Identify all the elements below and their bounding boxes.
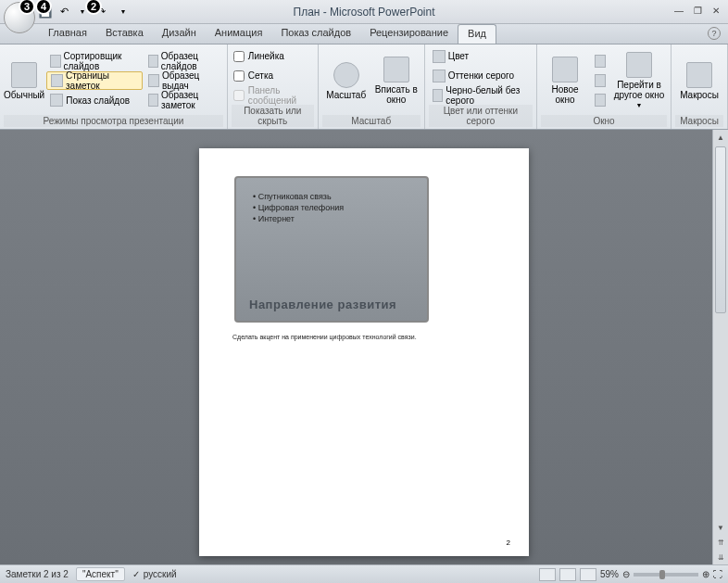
group-views: Обычный Сортировщик слайдов Страницы зам… [0, 44, 228, 129]
group-label: Режимы просмотра презентации [4, 115, 223, 127]
workspace: Спутниковая связь Цифровая телефония Инт… [0, 130, 728, 564]
close-button[interactable]: ✕ [709, 4, 722, 17]
slideshow-icon [50, 94, 63, 107]
view-normal-icon[interactable] [539, 568, 556, 581]
tab-design[interactable]: Дизайн [153, 24, 206, 44]
zoom-level[interactable]: 59% [600, 569, 619, 579]
vertical-scrollbar[interactable]: ▲ ▼ ⇈ ⇊ [712, 130, 728, 564]
bullet-item: Цифровая телефония [253, 202, 410, 213]
normal-view-button[interactable]: Обычный [4, 50, 44, 111]
prev-slide-icon[interactable]: ⇈ [713, 535, 728, 550]
qat-dropdown-icon[interactable]: ▼ [115, 4, 132, 20]
fit-to-window-button[interactable]: ⛶ [713, 569, 722, 579]
grayscale-icon [433, 70, 446, 82]
split-button[interactable] [591, 91, 609, 109]
zoom-slider[interactable] [634, 573, 698, 577]
scroll-up-icon[interactable]: ▲ [713, 130, 728, 145]
view-sorter-icon[interactable] [559, 568, 576, 581]
slide-master-button[interactable]: Образец слайдов [144, 52, 223, 70]
arrange-button[interactable] [591, 52, 609, 70]
zoom-button[interactable]: Масштаб [322, 50, 370, 111]
slide-sorter-button[interactable]: Сортировщик слайдов [46, 52, 142, 70]
group-label: Цвет или оттенки серого [429, 105, 533, 127]
group-show-hide: Линейка Сетка Панель сообщений Показать … [228, 44, 319, 129]
handout-master-button[interactable]: Образец выдач [144, 71, 223, 90]
normal-view-icon [11, 62, 37, 88]
status-language[interactable]: русский [144, 569, 177, 579]
notes-master-icon [148, 94, 158, 107]
tab-view[interactable]: Вид [458, 24, 496, 44]
grid-checkbox[interactable]: Сетка [232, 67, 314, 85]
scrollbar-thumb[interactable] [715, 146, 726, 313]
tab-review[interactable]: Рецензирование [360, 24, 458, 44]
group-label: Макросы [675, 115, 723, 127]
restore-button[interactable]: ❐ [691, 4, 704, 17]
fit-window-button[interactable]: Вписать в окно [372, 50, 420, 111]
cascade-icon [595, 74, 606, 87]
tab-insert[interactable]: Вставка [96, 24, 153, 44]
split-icon [595, 94, 606, 107]
switch-window-button[interactable]: Перейти в другое окно▼ [611, 50, 667, 111]
switch-window-icon [626, 52, 652, 78]
group-label: Масштаб [322, 115, 420, 127]
color-icon [433, 50, 446, 63]
slide-sorter-icon [50, 55, 60, 68]
color-button[interactable]: Цвет [429, 47, 533, 66]
slide-title: Направление развития [249, 298, 396, 311]
group-macros: Макросы Макросы [672, 44, 728, 129]
notes-master-button[interactable]: Образец заметок [144, 91, 223, 109]
status-bar: Заметки 2 из 2 "Аспект" ✓ русский 59% ⊖ … [0, 564, 728, 583]
new-window-icon [552, 57, 578, 82]
bullet-item: Интернет [253, 213, 410, 224]
zoom-out-button[interactable]: ⊖ [622, 569, 630, 579]
ruler-checkbox[interactable]: Линейка [232, 47, 314, 66]
ribbon-tabs: Главная Вставка Дизайн Анимация Показ сл… [0, 24, 728, 44]
view-slideshow-icon[interactable] [580, 568, 596, 581]
notes-text[interactable]: Сделать акцент на применении цифровых те… [232, 334, 496, 340]
status-slide-count: Заметки 2 из 2 [6, 569, 69, 579]
group-label: Показать или скрыть [232, 105, 314, 127]
notes-page-button[interactable]: Страницы заметок [46, 71, 142, 90]
zoom-icon [333, 62, 359, 88]
tab-home[interactable]: Главная [39, 24, 96, 44]
status-theme[interactable]: "Аспект" [76, 567, 125, 581]
handout-master-icon [148, 74, 159, 87]
msgbar-checkbox[interactable]: Панель сообщений [232, 86, 314, 105]
grayscale-button[interactable]: Оттенки серого [429, 67, 533, 85]
notes-page-icon [51, 74, 63, 87]
notes-page[interactable]: Спутниковая связь Цифровая телефония Инт… [199, 148, 529, 556]
bullet-item: Спутниковая связь [253, 191, 410, 202]
minimize-button[interactable]: — [672, 4, 685, 17]
scroll-down-icon[interactable]: ▼ [713, 520, 728, 535]
arrange-icon [595, 55, 606, 68]
blackwhite-icon [433, 89, 444, 102]
zoom-in-button[interactable]: ⊕ [702, 569, 709, 579]
fit-window-icon [383, 57, 409, 82]
blackwhite-button[interactable]: Черно-белый без серого [429, 86, 533, 105]
tab-animation[interactable]: Анимация [206, 24, 272, 44]
zoom-slider-handle[interactable] [659, 570, 665, 579]
group-label: Окно [541, 115, 667, 127]
page-number: 2 [507, 539, 510, 547]
macros-icon [686, 62, 712, 88]
window-title: План - Microsoft PowerPoint [294, 6, 435, 19]
ribbon: Обычный Сортировщик слайдов Страницы зам… [0, 44, 728, 130]
title-bar: ↶ ▼ ↷ ▼ План - Microsoft PowerPoint — ❐ … [0, 0, 728, 24]
help-icon[interactable]: ? [708, 27, 721, 40]
undo-icon[interactable]: ↶ [56, 4, 72, 20]
cascade-button[interactable] [591, 71, 609, 90]
group-window: Новое окно Перейти в другое окно▼ Окно [537, 44, 672, 129]
next-slide-icon[interactable]: ⇊ [713, 550, 728, 564]
tab-slideshow[interactable]: Показ слайдов [271, 24, 360, 44]
slide-thumbnail[interactable]: Спутниковая связь Цифровая телефония Инт… [234, 176, 429, 323]
group-color: Цвет Оттенки серого Черно-белый без серо… [425, 44, 537, 129]
new-window-button[interactable]: Новое окно [541, 50, 589, 111]
spell-icon[interactable]: ✓ [132, 569, 140, 579]
slideshow-button[interactable]: Показ слайдов [46, 91, 142, 109]
macros-button[interactable]: Макросы [675, 50, 723, 111]
group-zoom: Масштаб Вписать в окно Масштаб [319, 44, 425, 129]
slide-master-icon [148, 55, 158, 68]
